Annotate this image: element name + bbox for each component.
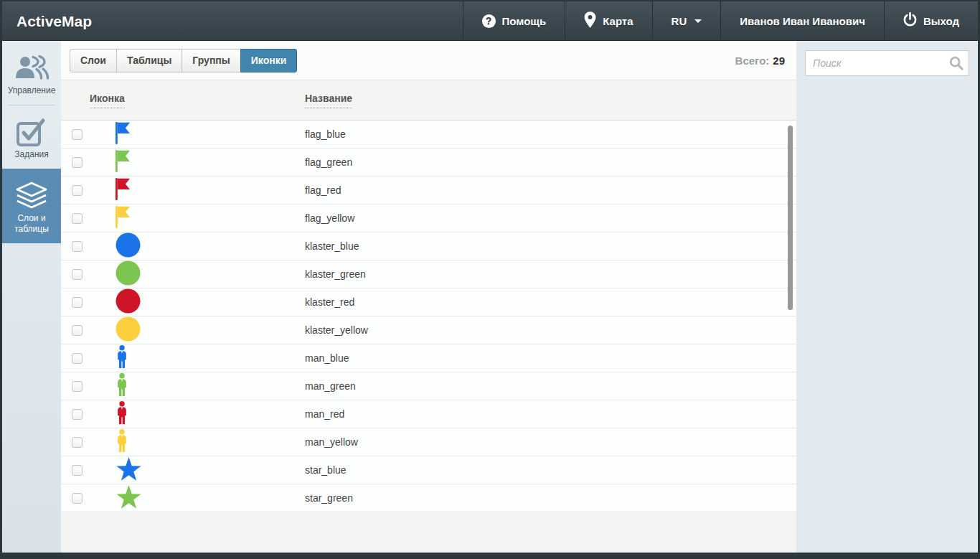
caret-down-icon: [694, 19, 702, 23]
star_blue-icon: [116, 456, 142, 484]
icon-cell: [101, 150, 305, 175]
man_yellow-icon: [116, 429, 128, 455]
checkbox-cell: [61, 241, 101, 252]
flag_blue-icon: [116, 122, 131, 147]
map-pin-icon: [584, 11, 596, 30]
icon-cell: [101, 260, 305, 288]
help-icon: ?: [482, 14, 496, 28]
help-label: Помощь: [502, 15, 547, 27]
row-checkbox[interactable]: [72, 213, 83, 224]
scrollbar-thumb[interactable]: [788, 126, 793, 310]
checkbox-cell: [61, 129, 101, 140]
row-name: man_green: [305, 380, 796, 392]
checkbox-cell: [61, 213, 101, 224]
row-name: man_yellow: [305, 436, 796, 448]
tab-tables[interactable]: Таблицы: [116, 49, 182, 72]
top-nav: ? Помощь Карта RU Иванов Иван Иванович: [463, 1, 978, 40]
table-row[interactable]: flag_yellow: [61, 205, 796, 232]
table-row[interactable]: klaster_yellow: [61, 316, 796, 344]
table-row[interactable]: flag_red: [61, 177, 796, 205]
row-name: man_blue: [305, 352, 796, 364]
logout-label: Выход: [923, 15, 959, 27]
table-row[interactable]: klaster_blue: [61, 232, 796, 260]
sidebar-item-label: Управление: [8, 85, 56, 96]
row-checkbox[interactable]: [72, 297, 83, 308]
row-checkbox[interactable]: [72, 493, 83, 504]
row-checkbox[interactable]: [72, 381, 83, 392]
total-count: Всего:29: [735, 55, 785, 67]
row-name: flag_blue: [305, 128, 796, 140]
sidebar-item-label: Задания: [14, 149, 48, 160]
row-name: flag_red: [305, 184, 796, 196]
icon-cell: [101, 456, 305, 484]
map-label: Карта: [603, 15, 633, 27]
table-row[interactable]: star_green: [61, 484, 796, 511]
checkbox-cell: [61, 297, 101, 308]
checkbox-cell: [61, 157, 101, 168]
table-row[interactable]: man_yellow: [61, 428, 796, 456]
star_green-icon: [116, 484, 142, 512]
row-checkbox[interactable]: [72, 129, 83, 140]
sidebar: Управление Задания: [2, 41, 61, 553]
sidebar-item-layers[interactable]: Слои и таблицы: [2, 169, 61, 243]
top-header: ActiveMap ? Помощь Карта RU Иванов Иван …: [2, 1, 978, 41]
table-row[interactable]: man_green: [61, 372, 796, 400]
checkbox-cell: [61, 381, 101, 392]
icon-cell: [101, 429, 305, 455]
toolbar: Слои Таблицы Группы Иконки Всего:29: [61, 41, 796, 80]
row-checkbox[interactable]: [72, 353, 83, 364]
app-logo: ActiveMap: [2, 1, 92, 40]
layers-icon: [4, 179, 59, 210]
total-value: 29: [773, 55, 785, 67]
flag_yellow-icon: [116, 206, 131, 231]
tab-icons[interactable]: Иконки: [240, 49, 298, 72]
map-button[interactable]: Карта: [565, 1, 651, 40]
users-icon: [4, 51, 59, 83]
language-dropdown[interactable]: RU: [652, 1, 721, 40]
table-header: Иконка Название: [61, 80, 796, 121]
row-checkbox[interactable]: [72, 157, 83, 168]
row-checkbox[interactable]: [72, 185, 83, 196]
help-button[interactable]: ? Помощь: [463, 1, 565, 40]
table-row[interactable]: klaster_red: [61, 288, 796, 316]
language-label: RU: [672, 15, 687, 27]
main-panel: Слои Таблицы Группы Иконки Всего:29 Икон…: [61, 41, 796, 553]
row-checkbox[interactable]: [72, 325, 83, 336]
logout-button[interactable]: Выход: [884, 1, 978, 40]
sidebar-item-tasks[interactable]: Задания: [2, 105, 61, 169]
sidebar-item-management[interactable]: Управление: [2, 41, 61, 105]
row-name: star_blue: [305, 464, 796, 476]
man_red-icon: [116, 401, 128, 427]
row-name: klaster_blue: [305, 240, 796, 252]
row-checkbox[interactable]: [72, 241, 83, 252]
table-body: flag_blueflag_greenflag_redflag_yellowkl…: [61, 121, 796, 511]
row-checkbox[interactable]: [72, 409, 83, 420]
klaster_blue-icon: [116, 232, 141, 260]
checkbox-cell: [61, 493, 101, 504]
table-row[interactable]: klaster_green: [61, 260, 796, 288]
row-name: klaster_yellow: [305, 324, 796, 336]
table-row[interactable]: flag_green: [61, 149, 796, 177]
row-checkbox[interactable]: [72, 465, 83, 476]
table-row[interactable]: man_red: [61, 400, 796, 428]
user-menu[interactable]: Иванов Иван Иванович: [720, 1, 884, 40]
row-name: flag_green: [305, 156, 796, 168]
icon-cell: [101, 232, 305, 260]
search-icon: [949, 56, 963, 73]
total-label: Всего:: [735, 55, 770, 67]
table-row[interactable]: star_blue: [61, 456, 796, 484]
row-checkbox[interactable]: [72, 437, 83, 448]
search-input[interactable]: [805, 50, 969, 76]
row-checkbox[interactable]: [72, 269, 83, 280]
tab-groups[interactable]: Группы: [182, 49, 240, 72]
checkbox-cell: [61, 465, 101, 476]
column-header-icon[interactable]: Иконка: [90, 93, 125, 108]
table-row[interactable]: flag_blue: [61, 121, 796, 149]
icon-cell: [101, 373, 305, 399]
tab-layers[interactable]: Слои: [70, 49, 117, 72]
column-header-name[interactable]: Название: [305, 93, 352, 108]
icon-cell: [101, 345, 305, 371]
table-row[interactable]: man_blue: [61, 344, 796, 372]
sidebar-item-label: Слои и таблицы: [4, 213, 59, 235]
row-name: man_red: [305, 408, 796, 420]
